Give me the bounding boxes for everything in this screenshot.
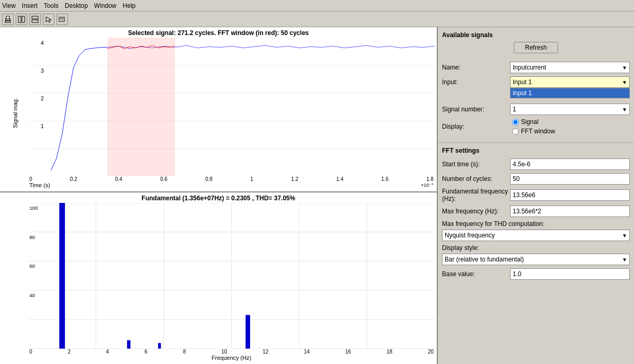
display-style-label: Display style:: [442, 244, 479, 252]
layout1-button[interactable]: [16, 14, 27, 25]
svg-text:80: 80: [29, 234, 35, 240]
start-time-label: Start time (s):: [442, 161, 510, 168]
fund-freq-label: Fundamental frequency (Hz):: [442, 188, 510, 202]
display-row: Display: Signal FFT window: [442, 118, 630, 135]
svg-rect-4: [22, 16, 25, 22]
svg-rect-38: [127, 340, 130, 349]
bottom-chart-area: Fundamental (1.356e+07Hz) = 0.2305 , THD…: [0, 192, 437, 364]
signal-number-label: Signal number:: [442, 106, 510, 113]
input-dropdown[interactable]: Input 1 ▼: [510, 76, 630, 88]
input-value: Input 1: [513, 78, 532, 86]
start-time-row: Start time (s):: [442, 158, 630, 170]
svg-rect-6: [32, 20, 38, 22]
input-row: Input: Input 1 ▼ Input 1: [442, 76, 630, 88]
svg-rect-3: [18, 16, 21, 22]
base-value-label: Base value:: [442, 270, 510, 278]
signal-number-dropdown-wrapper: 1 ▼: [510, 104, 630, 115]
svg-text:1: 1: [41, 123, 44, 129]
fft-settings-section: FFT settings Start time (s): Number of c…: [438, 143, 634, 287]
svg-text:60: 60: [29, 264, 35, 269]
fft-settings-title: FFT settings: [442, 147, 630, 154]
input-dropdown-arrow: ▼: [622, 79, 627, 85]
signal-number-value: 1: [513, 106, 516, 113]
max-freq-input[interactable]: [510, 206, 630, 217]
zoom-button[interactable]: [56, 14, 68, 25]
available-signals-title: Available signals: [442, 31, 630, 39]
name-dropdown[interactable]: Inputcurrent ▼: [510, 62, 630, 73]
num-cycles-label: Number of cycles:: [442, 175, 510, 183]
display-fft-label: FFT window: [521, 128, 555, 135]
fund-freq-input[interactable]: [510, 189, 630, 201]
refresh-button[interactable]: Refresh: [514, 42, 558, 53]
svg-text:40: 40: [29, 292, 35, 298]
input-dropdown-open: Input 1: [510, 88, 630, 98]
max-freq-row: Max frequency (Hz):: [442, 206, 630, 217]
display-style-arrow: ▼: [622, 257, 627, 263]
svg-rect-37: [245, 315, 250, 349]
menu-bar: View Insert Tools Desktop Window Help: [0, 0, 634, 12]
num-cycles-input[interactable]: [510, 173, 630, 185]
top-chart-svg: 4 3 2 1: [28, 38, 435, 176]
svg-text:3: 3: [41, 67, 44, 74]
svg-rect-10: [28, 38, 435, 176]
signal-number-arrow: ▼: [622, 107, 627, 112]
svg-rect-2: [6, 16, 9, 19]
display-fft-radio[interactable]: [512, 128, 519, 135]
max-freq-thd-dropdown[interactable]: Nyquist frequency ▼: [442, 230, 630, 241]
input-label: Input:: [442, 78, 510, 86]
display-signal-radio[interactable]: [512, 119, 519, 126]
cursor-button[interactable]: [43, 14, 54, 25]
menu-insert[interactable]: Insert: [22, 2, 38, 9]
input-option-1[interactable]: Input 1: [511, 88, 629, 98]
display-label: Display:: [442, 123, 510, 130]
menu-window[interactable]: Window: [94, 2, 117, 9]
menu-help[interactable]: Help: [123, 2, 136, 9]
top-chart-x-exp: ×10⁻⁵: [421, 183, 434, 188]
num-cycles-row: Number of cycles:: [442, 173, 630, 185]
bottom-chart-x-axis: 02468101214161820: [28, 349, 435, 355]
input-dropdown-wrapper: Input 1 ▼ Input 1: [510, 76, 630, 88]
display-signal-label: Signal: [521, 118, 538, 126]
bottom-chart-x-label: Frequency (Hz): [28, 355, 435, 361]
available-signals-section: Available signals Refresh Name: Inputcur…: [438, 27, 634, 143]
display-style-value: Bar (relative to fundamental): [445, 256, 524, 263]
menu-tools[interactable]: Tools: [44, 2, 59, 9]
svg-rect-36: [59, 203, 65, 349]
menu-view[interactable]: View: [2, 2, 16, 9]
bottom-chart-svg: 100 80 60 40: [28, 203, 435, 349]
menu-desktop[interactable]: Desktop: [65, 2, 88, 9]
top-chart-x-axis: 00.20.40.60.811.21.41.61.8: [28, 176, 435, 182]
display-style-dropdown[interactable]: Bar (relative to fundamental) ▼: [442, 254, 630, 265]
max-freq-thd-label: Max frequency for THD computation:: [442, 220, 545, 228]
top-chart-y-label: Signal mag.: [12, 98, 18, 128]
name-row: Name: Inputcurrent ▼: [442, 62, 630, 73]
max-freq-thd-value: Nyquist frequency: [445, 232, 495, 239]
name-label: Name:: [442, 64, 510, 71]
signal-number-row: Signal number: 1 ▼: [442, 104, 630, 115]
svg-rect-39: [158, 343, 161, 349]
display-fft-row: FFT window: [512, 128, 555, 135]
svg-rect-19: [107, 38, 175, 176]
svg-text:2: 2: [41, 95, 44, 101]
base-value-input[interactable]: [510, 268, 630, 280]
max-freq-label: Max frequency (Hz):: [442, 208, 510, 215]
print-button[interactable]: [2, 14, 14, 25]
start-time-input[interactable]: [510, 158, 630, 170]
svg-text:4: 4: [41, 40, 44, 46]
bottom-chart-title: Fundamental (1.356e+07Hz) = 0.2305 , THD…: [2, 195, 435, 202]
left-panel: Selected signal: 271.2 cycles. FFT windo…: [0, 27, 438, 364]
display-style-row: Display style: Bar (relative to fundamen…: [442, 244, 630, 265]
right-panel: Available signals Refresh Name: Inputcur…: [438, 27, 634, 364]
fund-freq-row: Fundamental frequency (Hz):: [442, 188, 630, 202]
max-freq-thd-row: Max frequency for THD computation: Nyqui…: [442, 220, 630, 241]
name-dropdown-arrow: ▼: [622, 65, 627, 71]
toolbar: [0, 12, 634, 27]
layout2-button[interactable]: [29, 14, 41, 25]
svg-marker-7: [46, 17, 51, 22]
display-signal-row: Signal: [512, 118, 555, 126]
top-chart-x-label: Time (s): [29, 182, 50, 188]
svg-rect-8: [59, 17, 64, 21]
top-chart-title: Selected signal: 271.2 cycles. FFT windo…: [2, 29, 435, 37]
signal-number-dropdown[interactable]: 1 ▼: [510, 104, 630, 115]
top-chart-area: Selected signal: 271.2 cycles. FFT windo…: [0, 27, 437, 192]
